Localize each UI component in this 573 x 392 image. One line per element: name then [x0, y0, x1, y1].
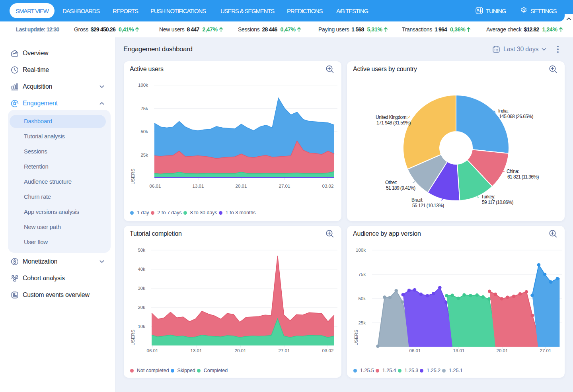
svg-text:27.01: 27.01 [279, 348, 290, 353]
svg-text:27.01: 27.01 [540, 348, 552, 353]
svg-text:Other:: Other: [385, 180, 397, 185]
svg-text:61 821 (11.36%): 61 821 (11.36%) [507, 174, 539, 180]
svg-text:13.01: 13.01 [453, 348, 465, 353]
svg-text:13.01: 13.01 [193, 184, 204, 188]
svg-text:06.01: 06.01 [409, 348, 421, 353]
svg-text:27.01: 27.01 [279, 184, 290, 188]
svg-text:India:: India: [498, 108, 509, 114]
svg-text:55 121 (10.13%): 55 121 (10.13%) [412, 203, 444, 208]
svg-text:50k: 50k [358, 296, 366, 301]
svg-text:06.01: 06.01 [150, 184, 161, 188]
svg-text:20.01: 20.01 [497, 348, 508, 353]
svg-text:30k: 30k [138, 286, 145, 291]
svg-text:171 948 (31.59%): 171 948 (31.59%) [376, 120, 411, 126]
svg-text:75k: 75k [358, 272, 366, 277]
svg-text:Brazil:: Brazil: [411, 197, 423, 203]
svg-text:03.02: 03.02 [322, 348, 334, 353]
svg-text:40k: 40k [138, 267, 145, 272]
svg-text:20.01: 20.01 [236, 184, 247, 188]
svg-text:03.02: 03.02 [322, 184, 334, 188]
svg-text:59 117 (10.86%): 59 117 (10.86%) [482, 200, 513, 205]
svg-text:United Kingdom:: United Kingdom: [376, 114, 407, 120]
svg-text:25k: 25k [358, 320, 366, 325]
svg-text:51 189 (9.41%): 51 189 (9.41%) [386, 185, 415, 191]
svg-text:USERS: USERS [354, 330, 359, 345]
svg-text:145 068 (26.65%): 145 068 (26.65%) [499, 114, 533, 119]
svg-text:13.01: 13.01 [191, 348, 202, 353]
svg-text:50k: 50k [138, 248, 145, 252]
svg-text:USERS: USERS [131, 169, 135, 184]
svg-text:20.01: 20.01 [235, 348, 246, 353]
svg-text:50k: 50k [140, 129, 148, 134]
svg-text:100k: 100k [356, 248, 366, 252]
svg-text:China:: China: [507, 169, 519, 174]
svg-text:10k: 10k [138, 324, 145, 329]
svg-text:100k: 100k [138, 83, 148, 87]
svg-text:25k: 25k [140, 153, 148, 157]
svg-text:75k: 75k [140, 106, 148, 111]
svg-text:Turkey:: Turkey: [481, 194, 495, 200]
svg-text:06.01: 06.01 [147, 348, 158, 353]
svg-text:USERS: USERS [131, 330, 135, 345]
svg-text:20k: 20k [138, 305, 145, 310]
